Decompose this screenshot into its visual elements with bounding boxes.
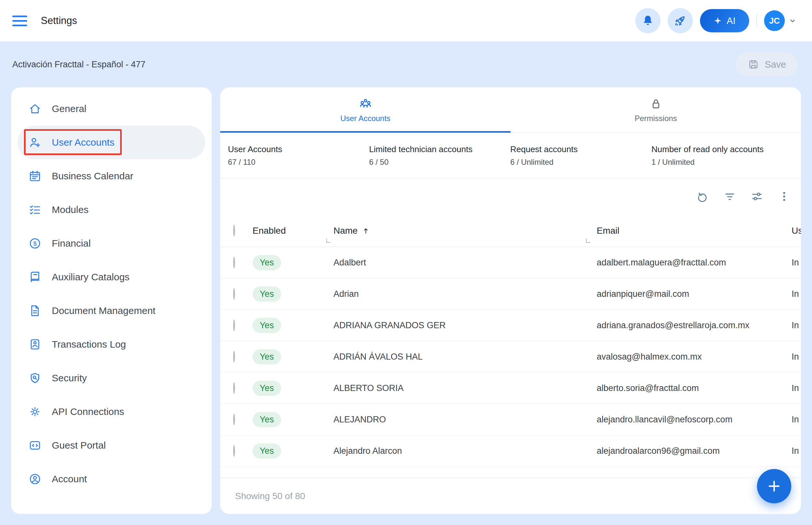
stat-value: 67 / 110 — [228, 158, 369, 167]
cell-email: alejandro.llancavil@nefoscorp.com — [597, 415, 792, 425]
stat-label: User Accounts — [228, 144, 369, 154]
sidebar-item-label: Security — [52, 373, 87, 384]
tab-permissions[interactable]: Permissions — [511, 87, 801, 132]
tab-user-accounts[interactable]: User Accounts — [220, 87, 511, 132]
checklist-icon — [29, 203, 42, 216]
refresh-icon[interactable] — [696, 190, 709, 203]
sidebar-item-general[interactable]: General — [17, 92, 205, 125]
row-checkbox[interactable] — [233, 319, 235, 331]
table-row[interactable]: Yes Alejandro Alarcon alejandroalarcon96… — [220, 435, 801, 467]
cell-email: avalosag@halmex.com.mx — [597, 352, 792, 362]
home-icon — [29, 102, 42, 115]
cell-user-type: In — [792, 446, 801, 456]
cell-user-type: In — [792, 320, 801, 330]
sidebar-item-account[interactable]: Account — [17, 462, 205, 496]
tab-label: User Accounts — [340, 114, 390, 123]
column-resize-handle[interactable] — [326, 239, 330, 243]
rocket-icon — [674, 14, 687, 28]
add-user-button[interactable] — [757, 469, 791, 503]
enabled-badge: Yes — [253, 318, 281, 333]
stat-label: Number of read only accounts — [651, 144, 793, 154]
book-icon — [29, 271, 42, 284]
topbar-divider — [756, 13, 757, 28]
cell-email: adrianpiquer@mail.com — [597, 289, 792, 299]
page-title: Settings — [41, 15, 77, 27]
row-checkbox[interactable] — [233, 257, 235, 268]
bell-icon — [641, 14, 655, 28]
avatar: JC — [764, 10, 785, 31]
tab-label: Permissions — [635, 114, 677, 123]
cell-name: ALBERTO SORIA — [334, 383, 597, 393]
cell-user-type: In — [792, 289, 801, 299]
row-checkbox[interactable] — [233, 351, 235, 362]
sidebar-item-business-calendar[interactable]: Business Calendar — [17, 159, 205, 193]
row-checkbox[interactable] — [233, 288, 235, 300]
enabled-badge: Yes — [253, 255, 281, 270]
sidebar-item-transactions-log[interactable]: Transactions Log — [17, 328, 205, 361]
header-user-type[interactable]: Use — [792, 226, 801, 236]
dollar-circle-icon: $ — [29, 237, 42, 250]
enabled-badge: Yes — [253, 444, 281, 459]
sidebar-item-document-management[interactable]: Document Management — [17, 294, 205, 328]
cell-name: Adalbert — [334, 258, 597, 268]
sidebar-item-label: Document Management — [52, 305, 156, 316]
header-enabled[interactable]: Enabled — [253, 226, 334, 236]
account-menu[interactable]: JC — [764, 10, 798, 31]
sort-ascending-icon[interactable] — [361, 226, 371, 236]
topbar-actions: AI JC — [635, 8, 798, 33]
cell-name: Adrian — [334, 289, 597, 299]
sidebar-item-security[interactable]: Security — [17, 361, 205, 395]
sidebar-item-financial[interactable]: $ Financial — [17, 227, 205, 260]
stat-value: 1 / Unlimited — [651, 158, 793, 167]
header-email[interactable]: Email — [597, 226, 792, 236]
stat-value: 6 / 50 — [369, 158, 510, 167]
filter-icon[interactable] — [723, 190, 736, 203]
cell-name: ALEJANDRO — [334, 415, 597, 425]
ai-assistant-button[interactable]: AI — [700, 9, 749, 32]
cell-email: alberto.soria@fracttal.com — [597, 383, 792, 393]
stat-read-only-accounts: Number of read only accounts 1 / Unlimit… — [651, 144, 793, 167]
table-row[interactable]: Yes ADRIÁN ÁVALOS HAL avalosag@halmex.co… — [220, 341, 801, 373]
table-row[interactable]: Yes ALBERTO SORIA alberto.soria@fracttal… — [220, 373, 801, 404]
document-icon — [29, 304, 42, 317]
cell-user-type: In — [792, 383, 801, 393]
cell-name: ADRIANA GRANADOS GER — [334, 320, 597, 330]
sidebar-item-auxiliary-catalogs[interactable]: Auxiliary Catalogs — [17, 260, 205, 294]
cell-name: ADRIÁN ÁVALOS HAL — [334, 352, 597, 362]
shield-search-icon — [29, 372, 42, 385]
cell-user-type: In — [792, 258, 801, 268]
table-row[interactable]: Yes ADRIANA GRANADOS GER adriana.granado… — [220, 310, 801, 341]
sidebar-item-guest-portal[interactable]: Guest Portal — [17, 429, 205, 462]
stat-request-accounts: Request accounts 6 / Unlimited — [510, 144, 651, 167]
table-row[interactable]: Yes ALEJANDRO alejandro.llancavil@nefosc… — [220, 404, 801, 435]
sub-header: Activación Fracttal - Español - 477 Save — [0, 42, 812, 87]
cell-user-type: In — [792, 352, 801, 362]
header-name[interactable]: Name — [334, 226, 358, 236]
sidebar-item-user-accounts[interactable]: User Accounts — [17, 125, 205, 159]
sidebar-item-modules[interactable]: Modules — [17, 193, 205, 227]
person-circle-icon — [29, 472, 42, 485]
cell-email: alejandroalarcon96@gmail.com — [597, 446, 792, 456]
table-row[interactable]: Yes Adrian adrianpiquer@mail.com In — [220, 279, 801, 310]
hamburger-menu-icon[interactable] — [12, 16, 27, 26]
more-options-icon[interactable] — [778, 190, 791, 203]
row-checkbox[interactable] — [233, 414, 235, 425]
save-button[interactable]: Save — [736, 52, 798, 76]
row-checkbox[interactable] — [233, 382, 235, 394]
notifications-button[interactable] — [635, 8, 661, 33]
select-all-checkbox[interactable] — [233, 225, 235, 237]
table-toolbar — [220, 178, 801, 214]
table-row[interactable]: Yes Adalbert adalbert.malaguera@fracttal… — [220, 247, 801, 279]
svg-text:$: $ — [33, 240, 37, 247]
sparkle-icon — [713, 16, 722, 25]
column-resize-handle[interactable] — [586, 239, 590, 243]
whats-new-button[interactable] — [668, 8, 693, 33]
lock-icon — [649, 97, 663, 111]
cell-user-type: In — [792, 415, 801, 425]
row-checkbox[interactable] — [233, 445, 235, 457]
column-settings-icon[interactable] — [751, 190, 764, 203]
sidebar-item-label: Business Calendar — [52, 170, 133, 182]
save-icon — [747, 58, 759, 71]
account-quota-stats: User Accounts 67 / 110 Limited technicia… — [220, 133, 801, 178]
sidebar-item-api-connections[interactable]: API Connections — [17, 395, 205, 429]
